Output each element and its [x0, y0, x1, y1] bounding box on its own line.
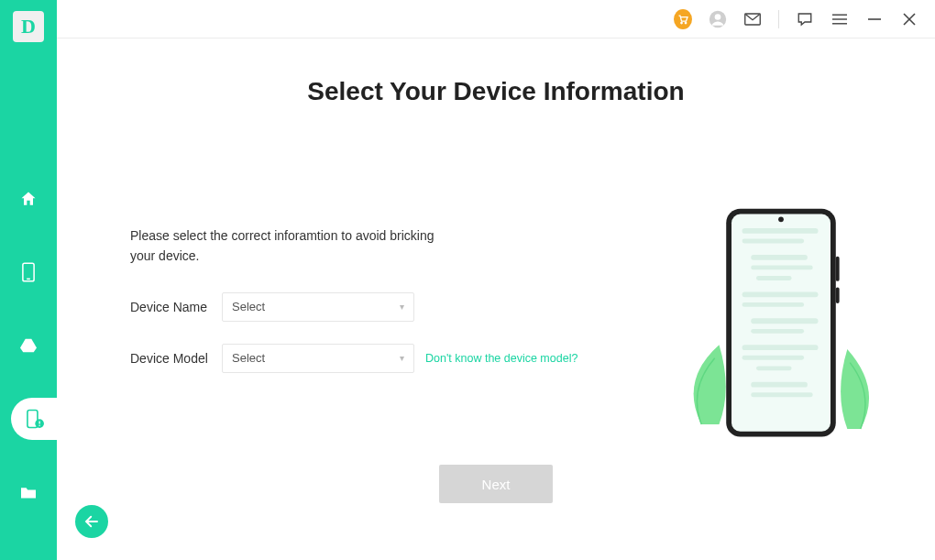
chevron-down-icon: ▾ — [400, 302, 404, 312]
svg-rect-26 — [756, 276, 792, 280]
cart-icon — [674, 9, 692, 29]
back-button[interactable] — [75, 505, 108, 538]
phone-illustration — [689, 203, 873, 451]
svg-rect-33 — [756, 366, 792, 370]
device-name-label: Device Name — [130, 300, 222, 314]
svg-point-19 — [778, 216, 784, 222]
svg-rect-28 — [742, 302, 805, 307]
svg-point-9 — [715, 14, 721, 20]
feedback-button[interactable] — [796, 10, 814, 28]
chevron-down-icon: ▾ — [400, 353, 404, 363]
mail-icon — [744, 13, 761, 26]
titlebar-separator — [778, 10, 779, 28]
minimize-icon — [868, 13, 881, 26]
sidebar-nav — [0, 178, 57, 513]
cart-button[interactable] — [674, 10, 692, 28]
sidebar-item-phone[interactable] — [0, 251, 57, 293]
minimize-button[interactable] — [865, 10, 884, 28]
svg-rect-32 — [742, 356, 805, 360]
svg-point-6 — [681, 22, 683, 24]
profile-icon — [709, 10, 727, 28]
device-name-select[interactable]: Select ▾ — [222, 292, 414, 322]
device-form: Please select the correct inforamtion to… — [130, 225, 588, 373]
svg-rect-34 — [751, 382, 808, 388]
svg-rect-31 — [742, 345, 819, 350]
svg-rect-21 — [836, 288, 840, 303]
folder-icon — [19, 485, 38, 500]
svg-rect-25 — [751, 266, 813, 270]
svg-rect-24 — [751, 255, 808, 260]
titlebar — [57, 0, 935, 38]
sidebar-item-drive[interactable] — [0, 324, 57, 367]
sidebar-item-repair[interactable] — [11, 398, 57, 440]
svg-rect-29 — [751, 318, 818, 324]
svg-rect-20 — [836, 257, 840, 281]
main-content: Select Your Device Information Please se… — [57, 38, 935, 560]
sidebar-item-folder[interactable] — [0, 471, 57, 513]
menu-button[interactable] — [830, 10, 849, 28]
device-name-value: Select — [232, 300, 265, 313]
device-model-row: Device Model Select ▾ Don't know the dev… — [130, 344, 588, 373]
close-button[interactable] — [900, 10, 918, 28]
next-button[interactable]: Next — [439, 465, 553, 503]
svg-rect-23 — [742, 239, 805, 244]
close-icon — [903, 13, 916, 26]
svg-rect-30 — [751, 329, 804, 334]
svg-rect-22 — [742, 228, 819, 234]
page-title: Select Your Device Information — [130, 77, 862, 106]
device-model-label: Device Model — [130, 351, 222, 366]
mail-button[interactable] — [743, 10, 762, 28]
drive-icon — [19, 337, 38, 354]
svg-rect-35 — [751, 392, 813, 397]
menu-icon — [832, 14, 847, 25]
phone-icon — [21, 262, 36, 282]
svg-point-5 — [38, 425, 39, 426]
profile-button[interactable] — [709, 10, 727, 28]
sidebar-item-home[interactable] — [0, 178, 57, 220]
device-name-row: Device Name Select ▾ — [130, 292, 588, 322]
device-model-help-link[interactable]: Don't know the device model? — [425, 352, 578, 365]
sidebar: D — [0, 0, 57, 560]
feedback-icon — [797, 11, 813, 27]
logo-letter: D — [21, 15, 36, 38]
device-model-select[interactable]: Select ▾ — [222, 344, 414, 373]
phone-alert-icon — [25, 409, 45, 429]
device-model-value: Select — [232, 351, 265, 365]
home-icon — [19, 190, 38, 208]
instruction-text: Please select the correct inforamtion to… — [130, 225, 442, 267]
svg-rect-27 — [742, 291, 819, 297]
svg-point-7 — [685, 22, 687, 24]
arrow-left-icon — [83, 513, 100, 530]
app-logo: D — [13, 11, 44, 42]
